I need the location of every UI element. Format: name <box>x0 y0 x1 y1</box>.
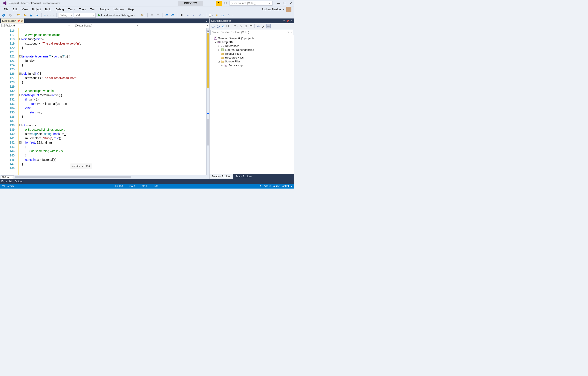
notifications-flag-button[interactable] <box>216 1 222 6</box>
fold-toggle[interactable]: − <box>19 94 21 96</box>
solution-tree[interactable]: Solution 'Project6' (1 project)◢++Projec… <box>210 35 294 174</box>
tree-row[interactable]: ▷++Source.cpp <box>210 63 294 67</box>
user-dropdown-icon[interactable]: ▼ <box>283 8 284 10</box>
member-combo[interactable]: ▾ <box>140 23 209 28</box>
sync-button[interactable]: ⟳ <box>226 13 231 18</box>
redo-button[interactable]: ▾ <box>49 13 55 18</box>
se-back-button[interactable]: ◯ <box>211 24 215 28</box>
auto-hide-icon[interactable]: 📌 <box>286 20 289 22</box>
se-properties-button[interactable] <box>261 24 265 28</box>
se-collapse-button[interactable] <box>249 24 253 28</box>
se-pending-button[interactable]: ▾ <box>233 24 238 28</box>
menu-help[interactable]: Help <box>126 6 136 12</box>
new-item-button[interactable]: ▾ <box>208 13 213 18</box>
platform-combo[interactable]: x86▾ <box>74 13 96 18</box>
menu-debug[interactable]: Debug <box>53 6 66 12</box>
tree-row[interactable]: Header Files <box>210 52 294 55</box>
menu-analyze[interactable]: Analyze <box>97 6 112 12</box>
restore-button[interactable]: ❐ <box>282 1 287 6</box>
find-in-files-button[interactable]: ▾ <box>141 13 146 18</box>
menu-build[interactable]: Build <box>43 6 53 12</box>
se-sync-button[interactable] <box>239 24 243 28</box>
code-editor[interactable]: ▢ 11611711811912012112212312412512612712… <box>0 28 209 175</box>
fold-toggle[interactable]: − <box>19 124 21 126</box>
menu-window[interactable]: Window <box>112 6 126 12</box>
open-file-button[interactable] <box>22 13 28 18</box>
increase-indent-button[interactable] <box>170 13 175 18</box>
tree-row[interactable]: Resource Files <box>210 55 294 59</box>
close-button[interactable]: ✕ <box>288 1 293 6</box>
solution-explorer-header[interactable]: Solution Explorer ▾ 📌 ✕ <box>210 19 294 23</box>
pin-icon[interactable]: 📌 <box>17 20 20 22</box>
vertical-scrollbar[interactable] <box>206 28 209 175</box>
menu-team[interactable]: Team <box>66 6 77 12</box>
menu-edit[interactable]: Edit <box>10 6 20 12</box>
nav-forward-button[interactable] <box>8 13 13 18</box>
bookmark-button[interactable] <box>179 13 184 18</box>
solution-search-input[interactable] <box>212 31 287 34</box>
window-position-icon[interactable]: ▾ <box>284 20 285 22</box>
tab-output[interactable]: Output <box>15 180 22 183</box>
start-debug-button[interactable]: Local Windows Debugger▾ <box>96 13 137 18</box>
menu-project[interactable]: Project <box>30 6 43 12</box>
tree-row[interactable]: Solution 'Project6' (1 project) <box>210 36 294 40</box>
tree-row[interactable]: ▷External Dependencies <box>210 48 294 52</box>
config-combo[interactable]: Debug▾ <box>58 13 73 18</box>
next-bookmark-button[interactable]: ▸ <box>191 13 196 18</box>
search-options-icon[interactable]: ▾ <box>291 32 292 33</box>
file-tab-source[interactable]: Source.cpp* 📌 ✕ <box>1 19 24 23</box>
split-handle[interactable] <box>206 28 209 31</box>
horizontal-scrollbar[interactable] <box>15 176 209 178</box>
feedback-button[interactable] <box>223 1 228 6</box>
solution-search-box[interactable]: ▾ <box>210 30 293 35</box>
prev-bookmark-button[interactable]: ◂ <box>185 13 190 18</box>
save-all-button[interactable] <box>35 13 40 18</box>
tab-error-list[interactable]: Error List <box>1 180 12 183</box>
zoom-combo[interactable]: 100 %▾ <box>1 175 14 179</box>
scope-combo[interactable]: (Global Scope) ▾ <box>71 23 140 28</box>
uncomment-button[interactable] <box>155 13 160 18</box>
decrease-indent-button[interactable] <box>164 13 169 18</box>
scc-dropdown-icon[interactable]: ▴ <box>291 185 292 188</box>
quick-launch-input[interactable] <box>231 2 268 5</box>
undo-button[interactable]: ▾ <box>43 13 49 18</box>
fold-toggle[interactable]: − <box>19 55 21 57</box>
tab-solution-explorer[interactable]: Solution Explorer <box>210 174 233 179</box>
close-panel-icon[interactable]: ✕ <box>290 20 292 22</box>
signed-in-user[interactable]: Andrew Pardoe <box>262 8 281 11</box>
tree-row[interactable]: ▷References <box>210 44 294 48</box>
clear-bookmarks-button[interactable]: ✕ <box>197 13 202 18</box>
se-home-button[interactable] <box>221 24 225 28</box>
new-project-button[interactable]: ▾ <box>17 13 22 18</box>
se-preview-button[interactable] <box>266 24 271 28</box>
add-class-button[interactable] <box>214 13 219 18</box>
close-icon[interactable]: ✕ <box>21 20 23 22</box>
menu-file[interactable]: File <box>2 6 10 12</box>
tab-overflow-button[interactable]: ▾ <box>205 19 209 23</box>
comment-button[interactable] <box>149 13 155 18</box>
publish-icon[interactable]: ↥ <box>259 185 261 188</box>
project-scope-combo[interactable]: Project6 ▾ <box>0 23 71 28</box>
save-button[interactable] <box>29 13 34 18</box>
nav-back-button[interactable]: ▾ <box>2 13 7 18</box>
se-refresh-button[interactable] <box>244 24 248 28</box>
menu-tools[interactable]: Tools <box>77 6 88 12</box>
menu-test[interactable]: Test <box>88 6 97 12</box>
quick-launch-box[interactable] <box>230 1 273 6</box>
menu-view[interactable]: View <box>20 6 30 12</box>
expand-handle[interactable]: ▢ <box>206 31 209 33</box>
fold-toggle[interactable]: − <box>19 141 21 144</box>
tree-row[interactable]: ◢Source Files <box>210 59 294 63</box>
minimize-button[interactable]: — <box>276 1 281 6</box>
class-view-button[interactable] <box>220 13 225 18</box>
user-avatar[interactable] <box>286 7 291 12</box>
code-body[interactable]: // Two-phase name lookup−void func(void*… <box>19 28 206 175</box>
source-control-button[interactable]: Add to Source Control <box>263 185 289 188</box>
tree-row[interactable]: ◢++Project6 <box>210 40 294 44</box>
fold-toggle[interactable]: − <box>19 73 21 75</box>
tab-team-explorer[interactable]: Team Explorer <box>233 174 254 179</box>
se-forward-button[interactable]: ◯ <box>216 24 220 28</box>
se-code-button[interactable]: <> <box>256 24 260 28</box>
se-scope-button[interactable]: ▾ <box>226 24 231 28</box>
fold-toggle[interactable]: − <box>19 38 21 40</box>
